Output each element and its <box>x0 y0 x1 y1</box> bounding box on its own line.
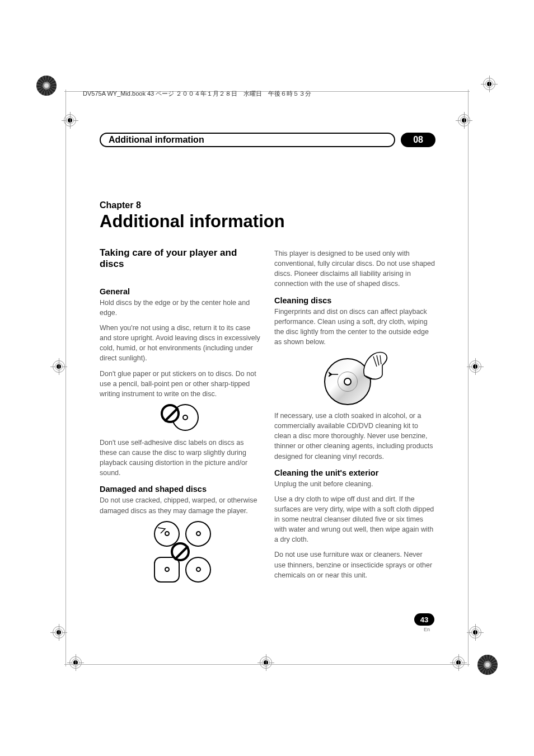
page-language: En <box>424 627 430 632</box>
illustration-no-labels <box>100 404 261 432</box>
section-title: Additional information <box>109 135 204 145</box>
crop-mark <box>62 112 78 129</box>
body-text: Hold discs by the edge or by the center … <box>100 298 261 318</box>
trim-rule <box>468 90 469 666</box>
heading-cleaning-exterior: Cleaning the unit's exterior <box>274 468 435 477</box>
illustration-damaged-discs <box>100 521 261 583</box>
crop-mark <box>450 654 467 671</box>
right-column: This player is designed to be used only … <box>274 247 435 588</box>
body-text: Do not use use furniture wax or cleaners… <box>274 550 435 580</box>
body-text: Do not use cracked, chipped, warped, or … <box>100 495 261 515</box>
registration-medallion-top-left <box>36 76 57 96</box>
heading-cleaning-discs: Cleaning discs <box>274 296 435 305</box>
hand-wiping-icon <box>360 349 389 381</box>
crop-mark <box>50 358 67 375</box>
crop-mark <box>67 654 84 671</box>
two-column-layout: Taking care of your player and discs Gen… <box>100 247 435 588</box>
illustration-cleaning-disc <box>274 352 435 405</box>
disc-icon <box>185 521 211 547</box>
body-text: Don't use self-adhesive disc labels on d… <box>100 438 261 478</box>
registration-medallion-bottom-right <box>477 655 498 675</box>
body-text: Don't glue paper or put stickers on to d… <box>100 369 261 399</box>
page-title: Additional information <box>100 212 435 232</box>
crop-mark <box>481 76 498 92</box>
crop-mark <box>257 654 274 671</box>
page-number-badge: 43 <box>414 613 434 626</box>
crop-mark <box>467 358 484 375</box>
trim-rule <box>64 664 470 665</box>
trim-rule <box>65 90 66 666</box>
page-content: Additional information 08 Chapter 8 Addi… <box>100 133 435 588</box>
heading-damaged: Damaged and shaped discs <box>100 485 261 494</box>
crop-mark <box>467 624 484 641</box>
disc-icon <box>185 557 211 583</box>
shaped-disc-icon <box>154 557 180 583</box>
crop-mark <box>50 624 67 641</box>
section-title-pill: Additional information <box>100 133 395 147</box>
chapter-label: Chapter 8 <box>100 200 435 210</box>
arrow-outward-icon <box>329 371 339 378</box>
book-header-line: DV575A WY_Mid.book 43 ページ ２００４年１月２８日 水曜日… <box>83 90 311 98</box>
prohibit-icon <box>161 404 180 423</box>
body-text: When you're not using a disc, return it … <box>100 323 261 364</box>
body-text: Unplug the unit before cleaning. <box>274 479 435 489</box>
body-text: If necessary, use a cloth soaked in alco… <box>274 411 435 462</box>
prohibit-icon <box>171 542 190 561</box>
body-text: Fingerprints and dist on discs can affec… <box>274 307 435 348</box>
left-column: Taking care of your player and discs Gen… <box>100 247 261 588</box>
heading-general: General <box>100 287 261 296</box>
section-number-pill: 08 <box>401 133 435 147</box>
section-header: Additional information 08 <box>100 133 435 147</box>
body-text: This player is designed to be used only … <box>274 248 435 289</box>
body-text: Use a dry cloth to wipe off dust and dir… <box>274 494 435 545</box>
crop-mark <box>456 112 472 129</box>
heading-care: Taking care of your player and discs <box>100 247 261 270</box>
section-number: 08 <box>413 135 423 145</box>
page-number: 43 <box>420 616 428 624</box>
